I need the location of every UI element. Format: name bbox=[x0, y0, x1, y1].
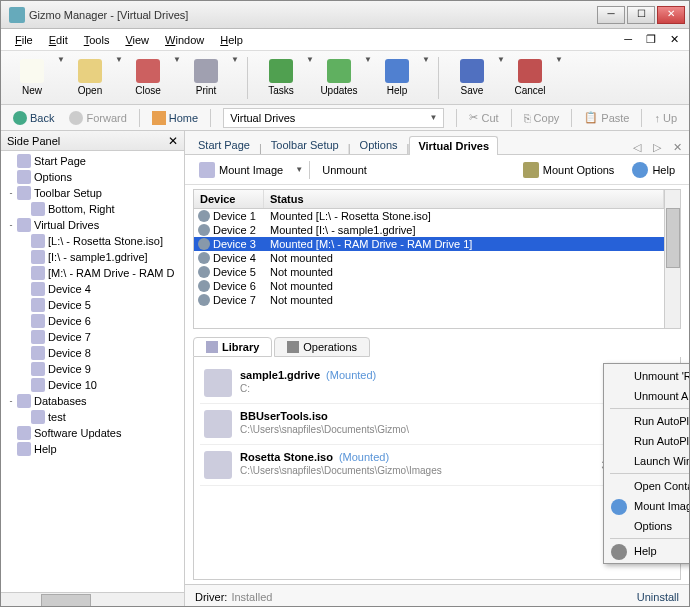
mdi-minimize-button[interactable]: ─ bbox=[620, 33, 636, 46]
menu-item[interactable]: Unmount 'RAM Drive - RAM Drive 1' bbox=[606, 366, 690, 386]
tree-node[interactable]: Device 4 bbox=[1, 281, 184, 297]
menu-item[interactable]: Launch Windows Explorer bbox=[606, 451, 690, 471]
help-button[interactable]: Help bbox=[372, 55, 422, 100]
column-header-device[interactable]: Device bbox=[194, 190, 264, 208]
table-row[interactable]: Device 5Not mounted bbox=[194, 265, 664, 279]
menu-item[interactable]: Help bbox=[606, 541, 690, 561]
tab-start-page[interactable]: Start Page bbox=[189, 135, 259, 154]
tree-node[interactable]: Bottom, Right bbox=[1, 201, 184, 217]
tab-prev-button[interactable]: ◁ bbox=[630, 141, 644, 154]
table-row[interactable]: Device 6Not mounted bbox=[194, 279, 664, 293]
copy-button[interactable]: ⎘ Copy bbox=[518, 109, 566, 127]
tree-node[interactable]: [L:\ - Rosetta Stone.iso] bbox=[1, 233, 184, 249]
tree-node[interactable]: Start Page bbox=[1, 153, 184, 169]
tree-node[interactable]: -Databases bbox=[1, 393, 184, 409]
tree-node[interactable]: Device 10 bbox=[1, 377, 184, 393]
tree-node[interactable]: Device 6 bbox=[1, 313, 184, 329]
device-table-vscrollbar[interactable] bbox=[664, 190, 680, 328]
cut-button[interactable]: ✂ Cut bbox=[463, 109, 504, 127]
expand-icon[interactable]: - bbox=[5, 188, 17, 198]
close-dropdown[interactable]: ▼ bbox=[173, 55, 181, 100]
table-row[interactable]: Device 1Mounted [L:\ - Rosetta Stone.iso… bbox=[194, 209, 664, 223]
mount-image-button[interactable]: Mount Image bbox=[193, 160, 289, 180]
menu-item[interactable]: Run AutoPlay bbox=[606, 431, 690, 451]
minimize-button[interactable]: ─ bbox=[597, 6, 625, 24]
menu-item[interactable]: Open Containing Folder bbox=[606, 476, 690, 496]
paste-button[interactable]: 📋 Paste bbox=[578, 109, 635, 127]
new-dropdown[interactable]: ▼ bbox=[57, 55, 65, 100]
tab-toolbar-setup[interactable]: Toolbar Setup bbox=[262, 135, 348, 154]
menu-edit[interactable]: Edit bbox=[41, 32, 76, 48]
save-button[interactable]: Save bbox=[447, 55, 497, 100]
tree-node[interactable]: Device 8 bbox=[1, 345, 184, 361]
side-panel-hscrollbar[interactable] bbox=[1, 592, 184, 607]
menu-window[interactable]: Window bbox=[157, 32, 212, 48]
help-button[interactable]: Help bbox=[626, 160, 681, 180]
paste-icon: 📋 bbox=[584, 111, 598, 124]
home-button[interactable]: Home bbox=[146, 109, 204, 127]
tree-node[interactable]: -Virtual Drives bbox=[1, 217, 184, 233]
mdi-restore-button[interactable]: ❐ bbox=[642, 33, 660, 46]
tree-node[interactable]: Device 7 bbox=[1, 329, 184, 345]
open-button[interactable]: Open bbox=[65, 55, 115, 100]
tree-node[interactable]: [M:\ - RAM Drive - RAM D bbox=[1, 265, 184, 281]
disc-icon bbox=[198, 294, 210, 306]
table-row[interactable]: Device 2Mounted [I:\ - sample1.gdrive] bbox=[194, 223, 664, 237]
tree-node[interactable]: [I:\ - sample1.gdrive] bbox=[1, 249, 184, 265]
tab-operations[interactable]: Operations bbox=[274, 337, 370, 357]
tree-node[interactable]: Device 5 bbox=[1, 297, 184, 313]
table-row[interactable]: Device 4Not mounted bbox=[194, 251, 664, 265]
mdi-close-button[interactable]: ✕ bbox=[666, 33, 683, 46]
up-button[interactable]: ↑ Up bbox=[648, 109, 683, 127]
menu-tools[interactable]: Tools bbox=[76, 32, 118, 48]
side-panel-close-button[interactable]: ✕ bbox=[168, 134, 178, 148]
tab-library[interactable]: Library bbox=[193, 337, 272, 357]
close-button[interactable]: Close bbox=[123, 55, 173, 100]
tab-next-button[interactable]: ▷ bbox=[650, 141, 664, 154]
maximize-button[interactable]: ☐ bbox=[627, 6, 655, 24]
uninstall-link[interactable]: Uninstall bbox=[637, 591, 679, 603]
table-row[interactable]: Device 7Not mounted bbox=[194, 293, 664, 307]
tree-node[interactable]: Options bbox=[1, 169, 184, 185]
help-dropdown[interactable]: ▼ bbox=[422, 55, 430, 100]
tab-virtual-drives[interactable]: Virtual Drives bbox=[409, 136, 498, 155]
menu-item[interactable]: Run AutoPlay, or launch Windows Explorer bbox=[606, 411, 690, 431]
status-cell: Not mounted bbox=[264, 266, 664, 278]
menu-file[interactable]: File bbox=[7, 32, 41, 48]
menu-view[interactable]: View bbox=[117, 32, 157, 48]
save-dropdown[interactable]: ▼ bbox=[497, 55, 505, 100]
table-row[interactable]: Device 3Mounted [M:\ - RAM Drive - RAM D… bbox=[194, 237, 664, 251]
breadcrumb-dropdown[interactable]: ▼ bbox=[430, 113, 438, 122]
cancel-button[interactable]: Cancel bbox=[505, 55, 555, 100]
print-button[interactable]: Print bbox=[181, 55, 231, 100]
open-dropdown[interactable]: ▼ bbox=[115, 55, 123, 100]
menu-item[interactable]: Options bbox=[606, 516, 690, 536]
menu-item[interactable]: Mount Image bbox=[606, 496, 690, 516]
mount-dropdown[interactable]: ▼ bbox=[295, 165, 303, 174]
tree-node[interactable]: Help bbox=[1, 441, 184, 457]
updates-button[interactable]: Updates bbox=[314, 55, 364, 100]
breadcrumb[interactable]: Virtual Drives ▼ bbox=[223, 108, 444, 128]
column-header-status[interactable]: Status bbox=[264, 190, 664, 208]
tree-node[interactable]: Device 9 bbox=[1, 361, 184, 377]
tab-close-button[interactable]: ✕ bbox=[670, 141, 685, 154]
cancel-dropdown[interactable]: ▼ bbox=[555, 55, 563, 100]
menu-help[interactable]: Help bbox=[212, 32, 251, 48]
tasks-button[interactable]: Tasks bbox=[256, 55, 306, 100]
tab-options[interactable]: Options bbox=[351, 135, 407, 154]
new-button[interactable]: New bbox=[7, 55, 57, 100]
tasks-dropdown[interactable]: ▼ bbox=[306, 55, 314, 100]
print-dropdown[interactable]: ▼ bbox=[231, 55, 239, 100]
tree-node[interactable]: test bbox=[1, 409, 184, 425]
expand-icon[interactable]: - bbox=[5, 220, 17, 230]
updates-dropdown[interactable]: ▼ bbox=[364, 55, 372, 100]
menu-item[interactable]: Unmount All bbox=[606, 386, 690, 406]
unmount-button[interactable]: Unmount bbox=[316, 162, 373, 178]
back-button[interactable]: Back bbox=[7, 109, 60, 127]
expand-icon[interactable]: - bbox=[5, 396, 17, 406]
tree-node[interactable]: -Toolbar Setup bbox=[1, 185, 184, 201]
forward-button[interactable]: Forward bbox=[63, 109, 132, 127]
mount-options-button[interactable]: Mount Options bbox=[517, 160, 621, 180]
close-button[interactable]: ✕ bbox=[657, 6, 685, 24]
tree-node[interactable]: Software Updates bbox=[1, 425, 184, 441]
